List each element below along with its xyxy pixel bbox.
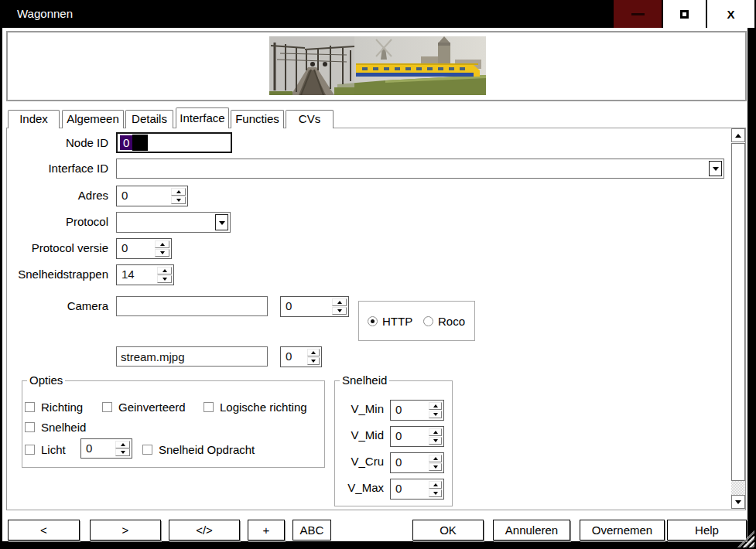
- protocol-label: Protocol: [8, 215, 108, 228]
- interface-id-label: Interface ID: [8, 162, 108, 175]
- abc-button[interactable]: ABC: [292, 520, 331, 540]
- tab-cvs-label: CVs: [299, 112, 320, 128]
- maximize-icon: [680, 10, 689, 19]
- geinverteerd-checkbox-label: Geinverteerd: [118, 401, 186, 414]
- banner-image: [269, 36, 486, 95]
- roco-radio-label: Roco: [438, 315, 465, 328]
- node-id-input[interactable]: 0: [116, 132, 232, 153]
- v-cru-label: V_Cru: [337, 455, 384, 468]
- adres-label: Adres: [8, 189, 108, 202]
- spin-up-icon[interactable]: [429, 402, 442, 410]
- stream-number-value: 0: [286, 350, 292, 363]
- spin-up-icon[interactable]: [115, 441, 130, 448]
- spin-down-icon[interactable]: [155, 249, 169, 257]
- spin-down-icon[interactable]: [332, 307, 347, 315]
- http-radio[interactable]: [368, 316, 378, 326]
- scrollbar-track[interactable]: [731, 481, 745, 495]
- apply-button[interactable]: Overnemen: [580, 520, 665, 540]
- next-button-label: >: [122, 523, 129, 537]
- spin-up-icon[interactable]: [332, 298, 347, 306]
- protocol-versie-label: Protocol versie: [8, 241, 108, 254]
- spin-down-icon[interactable]: [171, 196, 186, 204]
- snelheid-checkbox-label: Snelheid: [41, 421, 86, 434]
- v-max-label: V_Max: [337, 481, 384, 494]
- spin-up-icon[interactable]: [171, 188, 186, 196]
- scroll-down-icon: [735, 500, 741, 507]
- spin-down-icon[interactable]: [429, 411, 442, 418]
- licht-checkbox-label: Licht: [41, 443, 66, 456]
- scrollbar-up-button[interactable]: [731, 128, 745, 142]
- tab-functies[interactable]: Functies: [231, 110, 284, 128]
- spin-up-icon[interactable]: [155, 240, 169, 248]
- tab-index[interactable]: Index: [8, 110, 60, 128]
- tab-functies-label: Functies: [235, 112, 279, 128]
- roco-radio[interactable]: [423, 316, 433, 326]
- next-button[interactable]: >: [90, 520, 161, 540]
- tab-algemeen-label: Algemeen: [67, 112, 119, 128]
- plus-button-label: +: [263, 523, 270, 537]
- apply-button-label: Overnemen: [592, 523, 652, 537]
- spin-down-icon[interactable]: [157, 275, 172, 283]
- richting-checkbox[interactable]: [25, 402, 35, 412]
- camera-number-value: 0: [286, 299, 292, 312]
- protocol-versie-value: 0: [121, 241, 128, 254]
- spin-down-icon[interactable]: [429, 489, 442, 497]
- v-min-spinner[interactable]: 0: [390, 400, 444, 421]
- spin-up-icon[interactable]: [429, 455, 442, 462]
- spin-up-icon[interactable]: [429, 481, 442, 489]
- v-max-spinner[interactable]: 0: [390, 479, 444, 500]
- v-max-value: 0: [395, 482, 402, 495]
- tab-cvs[interactable]: CVs: [286, 110, 334, 128]
- licht-value: 0: [86, 442, 92, 455]
- title-bar[interactable]: Wagonnen X: [0, 0, 756, 28]
- plus-button[interactable]: +: [248, 520, 285, 540]
- v-cru-value: 0: [395, 455, 402, 469]
- snelheid-opdracht-checkbox[interactable]: [142, 445, 152, 455]
- minimize-button[interactable]: [614, 0, 662, 28]
- interface-id-combobox[interactable]: [116, 159, 724, 179]
- code-button[interactable]: </>: [169, 520, 240, 540]
- snelheidstrappen-label: Snelheidstrappen: [8, 268, 108, 281]
- tab-interface[interactable]: Interface: [176, 107, 229, 128]
- stream-input[interactable]: [116, 346, 268, 367]
- adres-spinner[interactable]: 0: [116, 186, 188, 206]
- scrollbar-thumb[interactable]: [731, 143, 745, 481]
- cancel-button[interactable]: Annuleren: [493, 520, 570, 540]
- spin-down-icon[interactable]: [115, 448, 130, 456]
- help-button[interactable]: Help: [667, 520, 747, 540]
- camera-label: Camera: [8, 299, 108, 312]
- v-cru-spinner[interactable]: 0: [390, 452, 444, 473]
- scroll-up-icon: [735, 131, 741, 138]
- protocol-combobox[interactable]: [116, 212, 231, 233]
- protocol-versie-spinner[interactable]: 0: [116, 238, 172, 259]
- spin-up-icon[interactable]: [307, 349, 320, 356]
- snelheidstrappen-spinner[interactable]: 14: [116, 264, 174, 285]
- maximize-button[interactable]: [663, 0, 706, 28]
- ok-button[interactable]: OK: [412, 520, 484, 540]
- spin-up-icon[interactable]: [429, 428, 442, 436]
- wagonnen-window: Wagonnen X: [0, 0, 756, 549]
- previous-button[interactable]: <: [8, 520, 80, 540]
- spin-up-icon[interactable]: [157, 267, 172, 274]
- snelheid-checkbox[interactable]: [25, 422, 35, 432]
- protocol-dropdown-icon[interactable]: [215, 214, 228, 230]
- close-button[interactable]: X: [707, 0, 754, 28]
- licht-checkbox[interactable]: [25, 445, 35, 455]
- snelheidstrappen-value: 14: [121, 268, 135, 281]
- stream-number-spinner[interactable]: 0: [280, 346, 322, 367]
- tab-details[interactable]: Details: [125, 110, 173, 128]
- geinverteerd-checkbox[interactable]: [102, 402, 112, 412]
- spin-down-icon[interactable]: [307, 357, 320, 365]
- v-mid-spinner[interactable]: 0: [390, 426, 444, 447]
- logische-richting-checkbox[interactable]: [204, 402, 214, 412]
- http-radio-label: HTTP: [382, 315, 412, 328]
- spin-down-icon[interactable]: [429, 437, 442, 445]
- scrollbar-down-button[interactable]: [731, 495, 745, 509]
- spin-down-icon[interactable]: [429, 463, 442, 471]
- interface-id-dropdown-icon[interactable]: [709, 161, 722, 176]
- licht-spinner[interactable]: 0: [80, 438, 132, 459]
- camera-number-spinner[interactable]: 0: [280, 296, 349, 317]
- tab-algemeen[interactable]: Algemeen: [62, 110, 124, 128]
- camera-input[interactable]: [116, 296, 268, 316]
- node-id-selected-text: 0: [120, 135, 132, 150]
